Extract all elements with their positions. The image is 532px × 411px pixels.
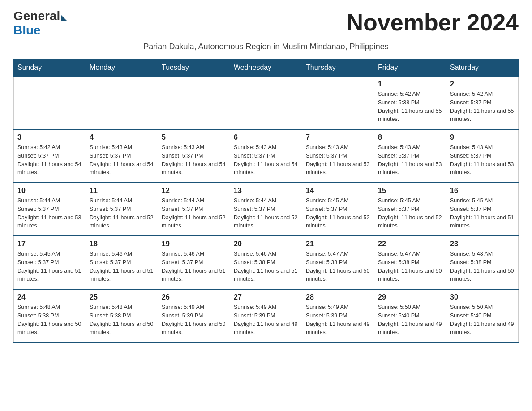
day-info: Sunrise: 5:50 AM Sunset: 5:40 PM Dayligh… — [450, 303, 515, 337]
calendar-cell — [14, 77, 86, 130]
week-row-4: 17Sunrise: 5:45 AM Sunset: 5:37 PM Dayli… — [14, 236, 519, 289]
day-number: 24 — [17, 293, 82, 301]
calendar-cell: 4Sunrise: 5:43 AM Sunset: 5:37 PM Daylig… — [86, 129, 158, 183]
day-number: 30 — [450, 293, 515, 301]
day-number: 23 — [450, 240, 515, 248]
day-number: 25 — [90, 293, 154, 301]
day-number: 16 — [450, 187, 515, 195]
day-info: Sunrise: 5:42 AM Sunset: 5:37 PM Dayligh… — [450, 90, 515, 124]
calendar-cell: 17Sunrise: 5:45 AM Sunset: 5:37 PM Dayli… — [14, 236, 86, 289]
day-info: Sunrise: 5:44 AM Sunset: 5:37 PM Dayligh… — [90, 197, 154, 230]
calendar-cell: 29Sunrise: 5:50 AM Sunset: 5:40 PM Dayli… — [374, 289, 446, 342]
page-header: General Blue November 2024 — [13, 9, 519, 38]
calendar-cell: 23Sunrise: 5:48 AM Sunset: 5:38 PM Dayli… — [446, 236, 519, 289]
calendar-cell: 13Sunrise: 5:44 AM Sunset: 5:37 PM Dayli… — [230, 183, 302, 236]
day-info: Sunrise: 5:47 AM Sunset: 5:38 PM Dayligh… — [378, 250, 442, 283]
day-info: Sunrise: 5:48 AM Sunset: 5:38 PM Dayligh… — [90, 303, 154, 337]
calendar-cell — [86, 77, 158, 130]
calendar-cell: 18Sunrise: 5:46 AM Sunset: 5:37 PM Dayli… — [86, 236, 158, 289]
day-number: 19 — [162, 240, 226, 248]
day-number: 1 — [378, 80, 442, 88]
day-info: Sunrise: 5:47 AM Sunset: 5:38 PM Dayligh… — [306, 250, 370, 283]
calendar-cell: 6Sunrise: 5:43 AM Sunset: 5:37 PM Daylig… — [230, 129, 302, 183]
day-number: 14 — [306, 187, 370, 195]
calendar-cell — [158, 77, 230, 130]
day-info: Sunrise: 5:44 AM Sunset: 5:37 PM Dayligh… — [234, 197, 298, 230]
day-info: Sunrise: 5:49 AM Sunset: 5:39 PM Dayligh… — [234, 303, 298, 337]
calendar-cell: 8Sunrise: 5:43 AM Sunset: 5:37 PM Daylig… — [374, 129, 446, 183]
day-info: Sunrise: 5:48 AM Sunset: 5:38 PM Dayligh… — [17, 303, 82, 337]
calendar-cell: 14Sunrise: 5:45 AM Sunset: 5:37 PM Dayli… — [302, 183, 374, 236]
week-row-1: 1Sunrise: 5:42 AM Sunset: 5:38 PM Daylig… — [14, 77, 519, 130]
day-number: 28 — [306, 293, 370, 301]
day-info: Sunrise: 5:50 AM Sunset: 5:40 PM Dayligh… — [378, 303, 442, 337]
header-tuesday: Tuesday — [158, 59, 230, 77]
calendar-cell: 9Sunrise: 5:43 AM Sunset: 5:37 PM Daylig… — [446, 129, 519, 183]
calendar-cell: 22Sunrise: 5:47 AM Sunset: 5:38 PM Dayli… — [374, 236, 446, 289]
calendar-cell: 3Sunrise: 5:42 AM Sunset: 5:37 PM Daylig… — [14, 129, 86, 183]
calendar-cell: 24Sunrise: 5:48 AM Sunset: 5:38 PM Dayli… — [14, 289, 86, 342]
day-info: Sunrise: 5:42 AM Sunset: 5:38 PM Dayligh… — [378, 90, 442, 124]
day-number: 2 — [450, 80, 515, 88]
day-info: Sunrise: 5:45 AM Sunset: 5:37 PM Dayligh… — [450, 197, 515, 230]
day-number: 8 — [378, 133, 442, 141]
day-info: Sunrise: 5:43 AM Sunset: 5:37 PM Dayligh… — [234, 143, 298, 177]
calendar-cell: 2Sunrise: 5:42 AM Sunset: 5:37 PM Daylig… — [446, 77, 519, 130]
day-number: 17 — [17, 240, 82, 248]
calendar-cell: 16Sunrise: 5:45 AM Sunset: 5:37 PM Dayli… — [446, 183, 519, 236]
day-number: 5 — [162, 133, 226, 141]
calendar-header-row: SundayMondayTuesdayWednesdayThursdayFrid… — [14, 59, 519, 77]
day-number: 29 — [378, 293, 442, 301]
week-row-2: 3Sunrise: 5:42 AM Sunset: 5:37 PM Daylig… — [14, 129, 519, 183]
day-info: Sunrise: 5:42 AM Sunset: 5:37 PM Dayligh… — [17, 143, 82, 177]
calendar-cell: 25Sunrise: 5:48 AM Sunset: 5:38 PM Dayli… — [86, 289, 158, 342]
logo: General Blue — [13, 9, 67, 38]
day-number: 11 — [90, 187, 154, 195]
day-number: 20 — [234, 240, 298, 248]
calendar-cell: 28Sunrise: 5:49 AM Sunset: 5:39 PM Dayli… — [302, 289, 374, 342]
day-info: Sunrise: 5:43 AM Sunset: 5:37 PM Dayligh… — [450, 143, 515, 177]
day-info: Sunrise: 5:45 AM Sunset: 5:37 PM Dayligh… — [17, 250, 82, 283]
day-number: 4 — [90, 133, 154, 141]
day-info: Sunrise: 5:45 AM Sunset: 5:37 PM Dayligh… — [378, 197, 442, 230]
calendar-cell: 10Sunrise: 5:44 AM Sunset: 5:37 PM Dayli… — [14, 183, 86, 236]
day-info: Sunrise: 5:48 AM Sunset: 5:38 PM Dayligh… — [450, 250, 515, 283]
week-row-3: 10Sunrise: 5:44 AM Sunset: 5:37 PM Dayli… — [14, 183, 519, 236]
logo-arrow-icon — [61, 15, 67, 21]
logo-blue-text: Blue — [13, 23, 41, 38]
calendar-cell: 15Sunrise: 5:45 AM Sunset: 5:37 PM Dayli… — [374, 183, 446, 236]
calendar-cell: 27Sunrise: 5:49 AM Sunset: 5:39 PM Dayli… — [230, 289, 302, 342]
calendar-cell: 5Sunrise: 5:43 AM Sunset: 5:37 PM Daylig… — [158, 129, 230, 183]
subtitle: Parian Dakula, Autonomous Region in Musl… — [13, 42, 519, 51]
day-number: 15 — [378, 187, 442, 195]
calendar-cell — [302, 77, 374, 130]
header-monday: Monday — [86, 59, 158, 77]
calendar-cell: 21Sunrise: 5:47 AM Sunset: 5:38 PM Dayli… — [302, 236, 374, 289]
calendar-table: SundayMondayTuesdayWednesdayThursdayFrid… — [13, 59, 519, 343]
day-number: 6 — [234, 133, 298, 141]
header-saturday: Saturday — [446, 59, 519, 77]
calendar-cell: 12Sunrise: 5:44 AM Sunset: 5:37 PM Dayli… — [158, 183, 230, 236]
day-number: 26 — [162, 293, 226, 301]
day-number: 27 — [234, 293, 298, 301]
month-title: November 2024 — [347, 9, 519, 36]
day-info: Sunrise: 5:44 AM Sunset: 5:37 PM Dayligh… — [162, 197, 226, 230]
day-info: Sunrise: 5:46 AM Sunset: 5:38 PM Dayligh… — [234, 250, 298, 283]
calendar-cell: 7Sunrise: 5:43 AM Sunset: 5:37 PM Daylig… — [302, 129, 374, 183]
day-number: 18 — [90, 240, 154, 248]
calendar-cell — [230, 77, 302, 130]
calendar-cell: 26Sunrise: 5:49 AM Sunset: 5:39 PM Dayli… — [158, 289, 230, 342]
day-info: Sunrise: 5:49 AM Sunset: 5:39 PM Dayligh… — [162, 303, 226, 337]
day-info: Sunrise: 5:43 AM Sunset: 5:37 PM Dayligh… — [306, 143, 370, 177]
header-sunday: Sunday — [14, 59, 86, 77]
day-info: Sunrise: 5:45 AM Sunset: 5:37 PM Dayligh… — [306, 197, 370, 230]
day-number: 3 — [17, 133, 82, 141]
day-info: Sunrise: 5:44 AM Sunset: 5:37 PM Dayligh… — [17, 197, 82, 230]
calendar-cell: 20Sunrise: 5:46 AM Sunset: 5:38 PM Dayli… — [230, 236, 302, 289]
day-number: 10 — [17, 187, 82, 195]
day-number: 22 — [378, 240, 442, 248]
calendar-cell: 19Sunrise: 5:46 AM Sunset: 5:37 PM Dayli… — [158, 236, 230, 289]
day-number: 12 — [162, 187, 226, 195]
day-info: Sunrise: 5:46 AM Sunset: 5:37 PM Dayligh… — [162, 250, 226, 283]
day-info: Sunrise: 5:43 AM Sunset: 5:37 PM Dayligh… — [90, 143, 154, 177]
